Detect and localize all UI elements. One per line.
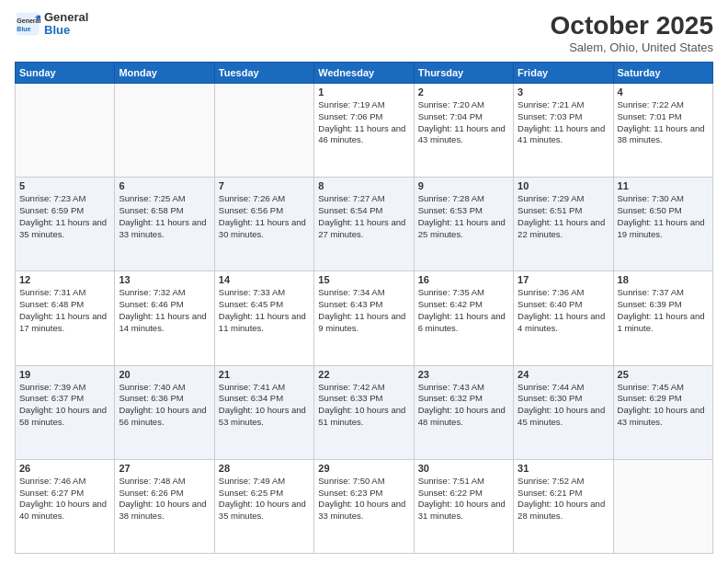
- logo-text: General Blue: [44, 11, 88, 38]
- day-number: 18: [618, 274, 709, 285]
- day-number: 30: [418, 463, 509, 474]
- col-header-saturday: Saturday: [613, 63, 712, 84]
- calendar-cell: 4Sunrise: 7:22 AM Sunset: 7:01 PM Daylig…: [613, 84, 712, 178]
- calendar-cell: 15Sunrise: 7:34 AM Sunset: 6:43 PM Dayli…: [314, 271, 414, 365]
- day-number: 27: [119, 463, 210, 474]
- week-row-2: 5Sunrise: 7:23 AM Sunset: 6:59 PM Daylig…: [16, 178, 713, 271]
- day-info: Sunrise: 7:46 AM Sunset: 6:27 PM Dayligh…: [19, 476, 110, 523]
- calendar-cell: [214, 84, 313, 178]
- calendar-cell: [115, 84, 214, 178]
- day-number: 25: [618, 369, 709, 380]
- calendar-cell: 7Sunrise: 7:26 AM Sunset: 6:56 PM Daylig…: [214, 178, 313, 271]
- day-info: Sunrise: 7:31 AM Sunset: 6:48 PM Dayligh…: [19, 287, 110, 334]
- calendar-cell: 31Sunrise: 7:52 AM Sunset: 6:21 PM Dayli…: [514, 459, 613, 553]
- calendar-header-row: SundayMondayTuesdayWednesdayThursdayFrid…: [16, 63, 713, 84]
- col-header-wednesday: Wednesday: [314, 63, 414, 84]
- day-number: 21: [219, 369, 310, 380]
- day-number: 15: [318, 274, 409, 285]
- day-number: 19: [19, 369, 110, 380]
- day-number: 5: [19, 180, 110, 191]
- calendar-cell: 30Sunrise: 7:51 AM Sunset: 6:22 PM Dayli…: [414, 459, 513, 553]
- day-info: Sunrise: 7:32 AM Sunset: 6:46 PM Dayligh…: [119, 287, 210, 334]
- day-info: Sunrise: 7:28 AM Sunset: 6:53 PM Dayligh…: [418, 193, 509, 240]
- day-number: 4: [618, 86, 709, 98]
- day-info: Sunrise: 7:20 AM Sunset: 7:04 PM Dayligh…: [418, 99, 509, 146]
- calendar-cell: 19Sunrise: 7:39 AM Sunset: 6:37 PM Dayli…: [16, 365, 115, 459]
- calendar-cell: 5Sunrise: 7:23 AM Sunset: 6:59 PM Daylig…: [16, 178, 115, 271]
- logo-icon: General Blue: [15, 11, 40, 37]
- day-info: Sunrise: 7:36 AM Sunset: 6:40 PM Dayligh…: [518, 287, 609, 334]
- logo: General Blue General Blue: [15, 11, 88, 38]
- calendar-cell: 26Sunrise: 7:46 AM Sunset: 6:27 PM Dayli…: [16, 459, 115, 553]
- calendar-cell: 18Sunrise: 7:37 AM Sunset: 6:39 PM Dayli…: [613, 271, 712, 365]
- svg-text:Blue: Blue: [17, 26, 30, 32]
- week-row-1: 1Sunrise: 7:19 AM Sunset: 7:06 PM Daylig…: [16, 84, 713, 178]
- day-number: 29: [318, 463, 409, 474]
- calendar-cell: 11Sunrise: 7:30 AM Sunset: 6:50 PM Dayli…: [613, 178, 712, 271]
- day-info: Sunrise: 7:50 AM Sunset: 6:23 PM Dayligh…: [318, 476, 409, 523]
- day-number: 20: [119, 369, 210, 380]
- page: General Blue General Blue October 2025 S…: [0, 0, 728, 563]
- calendar-cell: 29Sunrise: 7:50 AM Sunset: 6:23 PM Dayli…: [314, 459, 414, 553]
- calendar-cell: 28Sunrise: 7:49 AM Sunset: 6:25 PM Dayli…: [214, 459, 313, 553]
- col-header-thursday: Thursday: [414, 63, 513, 84]
- day-info: Sunrise: 7:29 AM Sunset: 6:51 PM Dayligh…: [518, 193, 609, 240]
- day-info: Sunrise: 7:37 AM Sunset: 6:39 PM Dayligh…: [618, 287, 709, 334]
- day-number: 6: [119, 180, 210, 191]
- calendar-cell: 13Sunrise: 7:32 AM Sunset: 6:46 PM Dayli…: [115, 271, 214, 365]
- day-info: Sunrise: 7:27 AM Sunset: 6:54 PM Dayligh…: [318, 193, 409, 240]
- calendar-cell: 23Sunrise: 7:43 AM Sunset: 6:32 PM Dayli…: [414, 365, 513, 459]
- day-info: Sunrise: 7:39 AM Sunset: 6:37 PM Dayligh…: [19, 382, 110, 429]
- day-number: 14: [219, 274, 310, 285]
- day-number: 31: [518, 463, 609, 474]
- day-info: Sunrise: 7:41 AM Sunset: 6:34 PM Dayligh…: [219, 382, 310, 429]
- day-number: 17: [518, 274, 609, 285]
- location: Salem, Ohio, United States: [551, 40, 713, 54]
- day-info: Sunrise: 7:40 AM Sunset: 6:36 PM Dayligh…: [119, 382, 210, 429]
- day-number: 11: [618, 180, 709, 191]
- calendar-cell: 17Sunrise: 7:36 AM Sunset: 6:40 PM Dayli…: [514, 271, 613, 365]
- day-number: 3: [518, 86, 609, 98]
- day-info: Sunrise: 7:42 AM Sunset: 6:33 PM Dayligh…: [318, 382, 409, 429]
- day-info: Sunrise: 7:52 AM Sunset: 6:21 PM Dayligh…: [518, 476, 609, 523]
- col-header-friday: Friday: [514, 63, 613, 84]
- week-row-3: 12Sunrise: 7:31 AM Sunset: 6:48 PM Dayli…: [16, 271, 713, 365]
- calendar-cell: 9Sunrise: 7:28 AM Sunset: 6:53 PM Daylig…: [414, 178, 513, 271]
- day-info: Sunrise: 7:34 AM Sunset: 6:43 PM Dayligh…: [318, 287, 409, 334]
- calendar-body: 1Sunrise: 7:19 AM Sunset: 7:06 PM Daylig…: [16, 84, 713, 554]
- day-info: Sunrise: 7:21 AM Sunset: 7:03 PM Dayligh…: [518, 99, 609, 146]
- col-header-monday: Monday: [115, 63, 214, 84]
- calendar-cell: 21Sunrise: 7:41 AM Sunset: 6:34 PM Dayli…: [214, 365, 313, 459]
- day-number: 13: [119, 274, 210, 285]
- col-header-sunday: Sunday: [16, 63, 115, 84]
- calendar-cell: 6Sunrise: 7:25 AM Sunset: 6:58 PM Daylig…: [115, 178, 214, 271]
- calendar-cell: 22Sunrise: 7:42 AM Sunset: 6:33 PM Dayli…: [314, 365, 414, 459]
- day-number: 12: [19, 274, 110, 285]
- day-info: Sunrise: 7:51 AM Sunset: 6:22 PM Dayligh…: [418, 476, 509, 523]
- header: General Blue General Blue October 2025 S…: [15, 11, 713, 54]
- day-info: Sunrise: 7:25 AM Sunset: 6:58 PM Dayligh…: [119, 193, 210, 240]
- day-info: Sunrise: 7:30 AM Sunset: 6:50 PM Dayligh…: [618, 193, 709, 240]
- day-info: Sunrise: 7:44 AM Sunset: 6:30 PM Dayligh…: [518, 382, 609, 429]
- calendar-cell: 27Sunrise: 7:48 AM Sunset: 6:26 PM Dayli…: [115, 459, 214, 553]
- week-row-4: 19Sunrise: 7:39 AM Sunset: 6:37 PM Dayli…: [16, 365, 713, 459]
- day-info: Sunrise: 7:48 AM Sunset: 6:26 PM Dayligh…: [119, 476, 210, 523]
- calendar-cell: [613, 459, 712, 553]
- calendar-cell: 12Sunrise: 7:31 AM Sunset: 6:48 PM Dayli…: [16, 271, 115, 365]
- calendar-cell: 8Sunrise: 7:27 AM Sunset: 6:54 PM Daylig…: [314, 178, 414, 271]
- day-info: Sunrise: 7:43 AM Sunset: 6:32 PM Dayligh…: [418, 382, 509, 429]
- day-number: 24: [518, 369, 609, 380]
- calendar-cell: 2Sunrise: 7:20 AM Sunset: 7:04 PM Daylig…: [414, 84, 513, 178]
- day-info: Sunrise: 7:22 AM Sunset: 7:01 PM Dayligh…: [618, 99, 709, 146]
- calendar-cell: 14Sunrise: 7:33 AM Sunset: 6:45 PM Dayli…: [214, 271, 313, 365]
- day-number: 22: [318, 369, 409, 380]
- month-title: October 2025: [551, 11, 713, 40]
- calendar-cell: 24Sunrise: 7:44 AM Sunset: 6:30 PM Dayli…: [514, 365, 613, 459]
- logo-blue-text: Blue: [44, 24, 88, 37]
- calendar-cell: 3Sunrise: 7:21 AM Sunset: 7:03 PM Daylig…: [514, 84, 613, 178]
- day-info: Sunrise: 7:26 AM Sunset: 6:56 PM Dayligh…: [219, 193, 310, 240]
- calendar-cell: 25Sunrise: 7:45 AM Sunset: 6:29 PM Dayli…: [613, 365, 712, 459]
- day-info: Sunrise: 7:35 AM Sunset: 6:42 PM Dayligh…: [418, 287, 509, 334]
- col-header-tuesday: Tuesday: [214, 63, 313, 84]
- calendar-cell: [16, 84, 115, 178]
